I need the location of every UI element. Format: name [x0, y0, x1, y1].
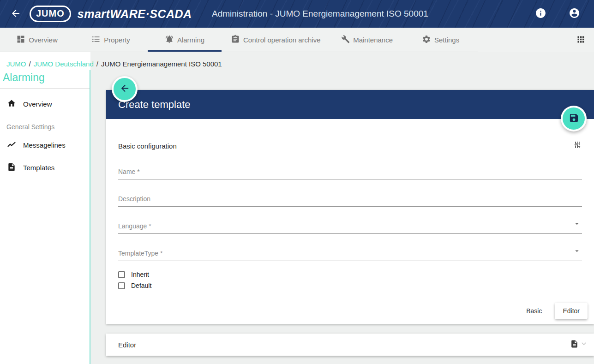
create-template-card: Create template Basic configuration Name… [106, 90, 594, 324]
description-field[interactable]: Description [118, 195, 582, 207]
app-header: JUMO smartWARE·SCADA Administration - JU… [0, 0, 594, 28]
name-field-label: Name * [118, 168, 582, 176]
tab-label: Overview [29, 36, 58, 44]
page-body: JUMO/JUMO Deutschland/JUMO Energiemanage… [0, 52, 594, 364]
chevron-down-icon[interactable] [579, 339, 588, 350]
tab-label: Property [104, 36, 130, 44]
breadcrumb-link-jumo-deutschland[interactable]: JUMO Deutschland [34, 60, 94, 68]
basic-button[interactable]: Basic [518, 303, 550, 319]
tab-alarming[interactable]: Alarming [148, 28, 222, 52]
sidebar-item-templates[interactable]: Templates [0, 156, 90, 179]
breadcrumb-separator: / [96, 60, 98, 68]
brand-text: smartWARE·SCADA [78, 7, 192, 21]
apps-grid-icon [576, 35, 586, 46]
tab-strip: Overview Property Alarming Control opera… [0, 28, 478, 52]
account-icon [569, 7, 580, 20]
fab-circle [114, 78, 136, 100]
breadcrumb-link-jumo[interactable]: JUMO [6, 60, 26, 68]
content-area: Create template Basic configuration Name… [90, 52, 594, 364]
sidebar-item-label: Messagelines [23, 141, 66, 149]
line-chart-icon [7, 140, 16, 150]
inherit-checkbox-label: Inherit [131, 271, 149, 278]
clipboard-icon [231, 35, 240, 45]
sliders-icon[interactable] [573, 140, 582, 151]
back-arrow-icon [10, 8, 21, 20]
editor-section-card[interactable]: Editor [106, 334, 594, 356]
template-type-select[interactable]: TemplateType * [118, 250, 582, 261]
tools-icon [341, 35, 350, 45]
page-title: Administration - JUMO Energiemanagement … [212, 9, 428, 19]
info-icon [535, 7, 546, 20]
language-select-label: Language * [118, 222, 582, 230]
info-button[interactable] [533, 6, 548, 22]
sidebar-section-general-settings: General Settings [0, 115, 90, 134]
language-select[interactable]: Language * [118, 222, 582, 234]
breadcrumb: JUMO/JUMO Deutschland/JUMO Energiemanage… [6, 60, 222, 68]
document-icon [7, 162, 16, 173]
fab-circle [563, 107, 585, 130]
gear-icon [422, 35, 431, 45]
main-tab-bar: Overview Property Alarming Control opera… [0, 28, 594, 52]
template-type-select-label: TemplateType * [118, 250, 582, 257]
account-button[interactable] [567, 6, 582, 22]
list-icon [91, 35, 101, 45]
basic-configuration-row: Basic configuration [118, 140, 582, 151]
sidebar-item-messagelines[interactable]: Messagelines [0, 134, 90, 156]
document-icon [570, 340, 579, 350]
editor-section-title: Editor [118, 341, 136, 349]
card-body: Basic configuration Name * Description L… [106, 140, 594, 319]
card-header: Create template [106, 90, 594, 119]
tab-settings[interactable]: Settings [404, 28, 478, 52]
save-floppy-icon [569, 113, 579, 125]
tab-label: Settings [434, 36, 459, 44]
sidebar-item-label: Overview [23, 100, 52, 108]
jumo-logo: JUMO [30, 6, 71, 22]
name-field[interactable]: Name * [118, 168, 582, 179]
default-checkbox[interactable]: Default [118, 280, 582, 291]
description-field-label: Description [118, 195, 582, 203]
save-fab-button[interactable] [561, 106, 587, 131]
bell-icon [165, 35, 174, 45]
section-title: Basic configuration [118, 142, 177, 150]
tab-control-operation-archive[interactable]: Control operation archive [222, 28, 330, 52]
checkbox-box-icon [118, 282, 125, 289]
card-footer: Basic Editor [118, 303, 588, 319]
tab-maintenance[interactable]: Maintenance [330, 28, 404, 52]
arrow-left-icon [120, 83, 130, 95]
breadcrumb-current: JUMO Energiemanagement ISO 50001 [101, 60, 222, 68]
dropdown-arrow-icon [573, 220, 581, 230]
tab-label: Maintenance [353, 36, 393, 44]
header-back-button[interactable] [8, 6, 23, 22]
apps-menu-button[interactable] [574, 33, 588, 48]
dashboard-icon [16, 35, 25, 45]
tab-label: Alarming [177, 36, 204, 44]
tab-overview[interactable]: Overview [0, 28, 74, 52]
inherit-checkbox[interactable]: Inherit [118, 269, 582, 280]
breadcrumb-separator: / [29, 60, 31, 68]
sidebar-item-overview[interactable]: Overview [0, 93, 90, 115]
default-checkbox-label: Default [131, 282, 151, 289]
tab-label: Control operation archive [243, 36, 321, 44]
alarming-sidebar: Alarming Overview General Settings Messa… [0, 52, 90, 364]
sidebar-item-label: Templates [23, 164, 54, 172]
back-fab-button[interactable] [112, 76, 138, 102]
sidebar-heading: Alarming [0, 72, 90, 89]
checkbox-box-icon [118, 271, 125, 278]
home-icon [7, 99, 16, 109]
checkbox-group: Inherit Default [118, 269, 582, 291]
editor-button[interactable]: Editor [555, 303, 588, 319]
dropdown-arrow-icon [573, 247, 581, 257]
tab-property[interactable]: Property [74, 28, 148, 52]
